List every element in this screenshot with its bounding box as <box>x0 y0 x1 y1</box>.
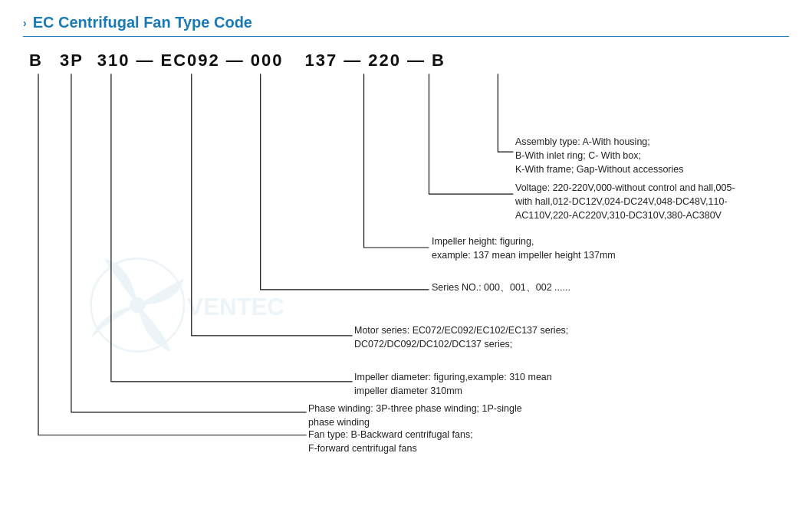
watermark-logo: VENTEC <box>84 244 284 366</box>
dash-3: — <box>344 51 362 71</box>
page-container: › EC Centrifugal Fan Type Code B 3P 310 … <box>0 0 812 512</box>
annotation-motor: Motor series: EC072/EC092/EC102/EC137 se… <box>354 323 568 351</box>
code-EC092: EC092 <box>161 51 220 71</box>
diagram-area: B 3P 310 — EC092 — 000 137 — 220 — B <box>23 44 789 474</box>
code-B: B <box>29 51 43 71</box>
code-137: 137 <box>305 51 338 71</box>
annotation-impeller-dia: Impeller diameter: figuring,example: 310… <box>354 370 552 398</box>
annotation-voltage: Voltage: 220-220V,000-without control an… <box>515 181 735 222</box>
title-row: › EC Centrifugal Fan Type Code <box>23 14 789 31</box>
svg-point-1 <box>130 297 146 313</box>
svg-point-0 <box>91 258 184 351</box>
dash-1: — <box>136 51 155 71</box>
dash-2: — <box>226 51 245 71</box>
annotation-assembly: Assembly type: A-With housing; B-With in… <box>515 135 684 176</box>
dash-4: — <box>407 51 426 71</box>
annotation-fan-type: Fan type: B-Backward centrifugal fans; F… <box>308 428 473 455</box>
code-310: 310 <box>97 51 130 71</box>
annotation-series: Series NO.: 000、001、002 ...... <box>432 281 570 294</box>
title-divider <box>23 36 789 37</box>
title-chevron-icon: › <box>23 17 27 29</box>
annotation-phase: Phase winding: 3P-three phase winding; 1… <box>308 402 522 429</box>
code-B2: B <box>432 51 445 71</box>
code-3P: 3P <box>60 51 84 71</box>
annotation-impeller-height: Impeller height: figuring, example: 137 … <box>432 235 616 262</box>
page-title: EC Centrifugal Fan Type Code <box>33 14 252 31</box>
code-000: 000 <box>251 51 284 71</box>
code-220: 220 <box>368 51 401 71</box>
svg-text:VENTEC: VENTEC <box>187 294 284 320</box>
